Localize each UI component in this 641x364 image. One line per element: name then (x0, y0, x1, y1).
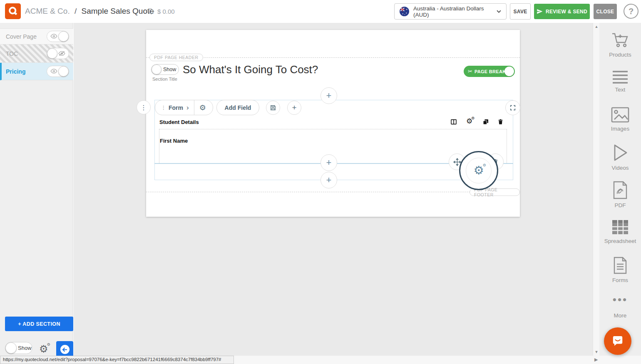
block-kebab-menu-button[interactable]: ⋮ (137, 100, 151, 114)
pdf-page-header-label: PDF PAGE HEADER (149, 54, 203, 61)
currency-selector[interactable]: Australia - Australian Dollars (AUD) (394, 3, 507, 20)
chevron-right-icon: › (186, 104, 189, 112)
section-label: Pricing (6, 68, 47, 75)
toolbox-item-forms[interactable]: Forms (599, 257, 641, 283)
add-form-element-button[interactable]: + (287, 101, 301, 115)
toolbox-item-spreadsheet[interactable]: Spreadsheet (599, 219, 641, 244)
save-form-button[interactable] (266, 101, 280, 115)
canvas-scrollbar[interactable]: ▲ ▼ (593, 23, 599, 356)
section-label: TOC (6, 50, 47, 57)
sidebar-item-pricing[interactable]: Pricing (0, 63, 73, 80)
spreadsheet-icon (611, 219, 629, 235)
toggle-knob (152, 64, 161, 74)
section-label: Cover Page (6, 33, 47, 40)
add-content-block-button-top[interactable]: + (320, 87, 337, 104)
toolbox-item-videos[interactable]: Videos (599, 144, 641, 171)
floppy-save-icon (270, 104, 276, 111)
toc-visibility-toggle[interactable] (47, 48, 69, 59)
form-settings-button[interactable]: ⚙ ⚙ (466, 118, 472, 125)
pricing-visibility-toggle[interactable] (47, 66, 69, 77)
eye-icon (50, 69, 57, 74)
collapse-sidebar-button[interactable] (56, 341, 73, 358)
quote-total: $ 0.00 (148, 8, 175, 15)
trash-icon (497, 119, 504, 125)
form-menu-button[interactable]: ⋮ Form › ⚙ (155, 100, 213, 115)
toolbox-item-images[interactable]: Images (599, 107, 641, 132)
editor-canvas: PDF PAGE HEADER Show So What's It Going … (74, 23, 593, 356)
quotecloud-logo-icon (7, 5, 19, 17)
toolbox-label: PDF (615, 202, 626, 208)
form-document-icon (613, 257, 627, 274)
field-settings-button[interactable]: ⚙ ⚙ (459, 151, 498, 190)
breadcrumb-separator: / (75, 7, 77, 15)
arrow-left-circle-icon (60, 345, 70, 354)
toolbox-label: Spreadsheet (604, 238, 636, 244)
duplicate-form-button[interactable] (482, 119, 489, 125)
field-label-text[interactable]: First Name (160, 138, 188, 144)
section-title-caption: Section Title (152, 77, 177, 82)
sidebar-show-toggle[interactable]: Show (5, 342, 32, 354)
scissors-icon: ✂ (468, 68, 472, 74)
drag-dots-icon: ⋮ (161, 105, 166, 111)
toolbox-label: Videos (611, 165, 629, 171)
section-title-text[interactable]: So What's It Going To Cost? (183, 63, 318, 76)
toolbox-item-more[interactable]: ••• More (599, 295, 641, 319)
toolbox-label: Images (611, 126, 629, 132)
toolbox-item-pdf[interactable]: PDF (599, 181, 641, 208)
document-title[interactable]: Sample Sales Quote (82, 7, 154, 15)
review-send-button[interactable]: REVIEW & SEND (534, 4, 590, 19)
australia-flag-icon (400, 7, 409, 16)
fullscreen-button[interactable] (505, 100, 520, 115)
toggle-knob (58, 66, 69, 77)
pdf-footer-divider (146, 192, 520, 192)
toolbox-item-products[interactable]: Products (599, 31, 641, 58)
sidebar-item-cover-page[interactable]: Cover Page (0, 28, 73, 45)
toggle-knob (47, 48, 57, 59)
page-break-label: PAGE BREAK (475, 69, 506, 74)
toolbox-label: Forms (612, 277, 628, 283)
pill-divider (194, 100, 194, 115)
browser-bottom-strip: https://my.quotecloud.net/edit?proposal=… (0, 356, 641, 364)
support-chat-button[interactable] (604, 327, 631, 355)
form-settings-gear-icon[interactable]: ⚙ (199, 103, 206, 112)
form-title-text[interactable]: Student Details (159, 119, 199, 125)
pdf-file-icon (612, 181, 628, 199)
ellipsis-icon: ••• (613, 295, 628, 304)
chevron-down-icon (497, 10, 501, 13)
content-toolbox: Products Text Images Videos PDF (599, 23, 641, 356)
scroll-up-arrow[interactable]: ▲ (593, 25, 600, 29)
show-toggle-label: Show (18, 345, 32, 351)
page-break-toggle[interactable]: ✂ PAGE BREAK (464, 66, 515, 77)
gear-small-icon: ⚙ (471, 116, 475, 120)
cover-page-visibility-toggle[interactable] (47, 31, 69, 42)
columns-layout-button[interactable] (450, 119, 457, 125)
toolbox-label: Products (609, 52, 631, 58)
scroll-down-arrow[interactable]: ▼ (593, 350, 600, 354)
kebab-icon: ⋮ (140, 104, 147, 111)
send-plane-icon (537, 8, 543, 15)
show-toggle-label: Show (163, 67, 176, 72)
add-section-button[interactable]: + ADD SECTION (5, 317, 73, 331)
delete-form-button[interactable] (497, 119, 504, 125)
columns-icon (450, 119, 457, 125)
toolbox-item-text[interactable]: Text (599, 70, 641, 93)
company-name[interactable]: ACME & Co. (25, 7, 70, 15)
save-button[interactable]: SAVE (510, 3, 531, 20)
sidebar-item-toc[interactable]: TOC (0, 45, 73, 63)
currency-label: Australia - Australian Dollars (AUD) (413, 5, 492, 18)
status-bar-link-preview: https://my.quotecloud.net/edit?proposal=… (0, 356, 234, 364)
add-field-button[interactable]: Add Field (216, 100, 259, 115)
hscroll-right-arrow[interactable]: ▶ (594, 357, 598, 362)
add-field-row-button[interactable]: + (320, 154, 337, 171)
section-title-show-toggle[interactable]: Show (151, 64, 179, 75)
help-button[interactable]: ? (624, 4, 639, 19)
app-logo[interactable] (5, 3, 21, 19)
toggle-knob (5, 342, 17, 354)
sidebar-settings-button[interactable]: ⚙ ⚙ (39, 344, 48, 354)
eye-off-icon (58, 51, 65, 56)
toolbox-label: Text (615, 87, 626, 93)
chat-smile-icon (611, 334, 624, 348)
pdf-page: PDF PAGE HEADER Show So What's It Going … (146, 30, 520, 217)
close-button[interactable]: CLOSE (594, 4, 617, 19)
add-content-block-button-bottom[interactable]: + (320, 172, 337, 188)
